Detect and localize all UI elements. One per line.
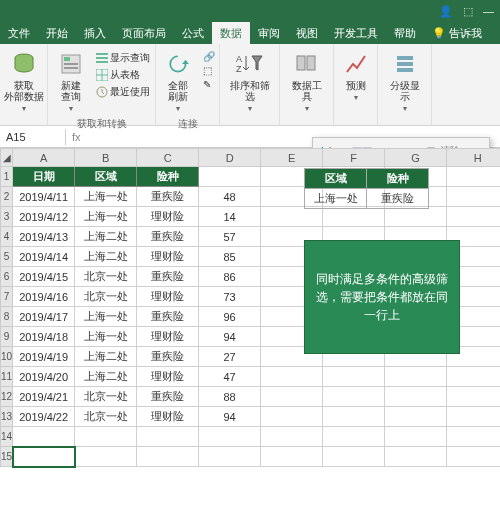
cell[interactable]: 区域 xyxy=(305,169,367,189)
select-all[interactable]: ◢ xyxy=(1,149,13,167)
row-header[interactable]: 10 xyxy=(1,347,13,367)
cell[interactable]: 理财险 xyxy=(137,327,199,347)
row-header[interactable]: 8 xyxy=(1,307,13,327)
cell[interactable]: 上海二处 xyxy=(75,347,137,367)
row-header[interactable]: 5 xyxy=(1,247,13,267)
cell[interactable]: 2019/4/20 xyxy=(13,367,75,387)
cell[interactable]: 57 xyxy=(199,227,261,247)
cell[interactable]: 日期 xyxy=(13,167,75,187)
tab-layout[interactable]: 页面布局 xyxy=(114,22,174,44)
row-header[interactable]: 9 xyxy=(1,327,13,347)
cell[interactable]: 重疾险 xyxy=(137,227,199,247)
cell[interactable]: 上海一处 xyxy=(75,327,137,347)
row-header[interactable]: 3 xyxy=(1,207,13,227)
from-table-button[interactable]: 从表格 xyxy=(93,67,153,83)
minimize-icon[interactable]: — xyxy=(483,5,494,17)
cell[interactable]: 47 xyxy=(199,367,261,387)
row-header[interactable]: 14 xyxy=(1,427,13,447)
col-header[interactable]: B xyxy=(75,149,137,167)
cell[interactable]: 2019/4/11 xyxy=(13,187,75,207)
forecast-button[interactable]: 预测▾ xyxy=(336,48,376,104)
cell[interactable]: 27 xyxy=(199,347,261,367)
properties-button[interactable]: ⬚ xyxy=(200,64,218,77)
cell[interactable]: 94 xyxy=(199,327,261,347)
tab-formula[interactable]: 公式 xyxy=(174,22,212,44)
ribbon-opts-icon[interactable]: ⬚ xyxy=(463,5,473,18)
selected-cell[interactable] xyxy=(13,447,75,467)
cell[interactable]: 48 xyxy=(199,187,261,207)
cell[interactable]: 上海二处 xyxy=(75,247,137,267)
row-header[interactable]: 15 xyxy=(1,447,13,467)
cell[interactable]: 理财险 xyxy=(137,207,199,227)
cell[interactable]: 理财险 xyxy=(137,367,199,387)
col-header[interactable]: H xyxy=(447,149,500,167)
cell[interactable]: 北京一处 xyxy=(75,267,137,287)
cell[interactable]: 险种 xyxy=(137,167,199,187)
show-queries-button[interactable]: 显示查询 xyxy=(93,50,153,66)
cell[interactable]: 理财险 xyxy=(137,247,199,267)
cell[interactable]: 北京一处 xyxy=(75,287,137,307)
row-header[interactable]: 12 xyxy=(1,387,13,407)
cell[interactable]: 北京一处 xyxy=(75,407,137,427)
row-header[interactable]: 2 xyxy=(1,187,13,207)
cell[interactable]: 73 xyxy=(199,287,261,307)
cell[interactable]: 上海二处 xyxy=(75,367,137,387)
cell[interactable]: 94 xyxy=(199,407,261,427)
cell[interactable]: 2019/4/19 xyxy=(13,347,75,367)
cell[interactable]: 上海一处 xyxy=(75,207,137,227)
edit-links-button[interactable]: ✎ xyxy=(200,78,218,91)
cell[interactable]: 2019/4/16 xyxy=(13,287,75,307)
cell[interactable]: 重疾险 xyxy=(137,387,199,407)
row-header[interactable]: 4 xyxy=(1,227,13,247)
tab-dev[interactable]: 开发工具 xyxy=(326,22,386,44)
row-header[interactable]: 11 xyxy=(1,367,13,387)
cell[interactable]: 理财险 xyxy=(137,407,199,427)
row-header[interactable]: 7 xyxy=(1,287,13,307)
col-header[interactable]: A xyxy=(13,149,75,167)
col-header[interactable]: D xyxy=(199,149,261,167)
connections-button[interactable]: 🔗 xyxy=(200,50,218,63)
cell[interactable]: 上海一处 xyxy=(75,307,137,327)
tab-help[interactable]: 帮助 xyxy=(386,22,424,44)
col-header[interactable]: E xyxy=(261,149,323,167)
cell[interactable]: 重疾险 xyxy=(137,267,199,287)
row-header[interactable]: 6 xyxy=(1,267,13,287)
cell[interactable]: 2019/4/22 xyxy=(13,407,75,427)
refresh-all-button[interactable]: 全部刷新▾ xyxy=(158,48,198,115)
cell[interactable]: 重疾险 xyxy=(137,187,199,207)
cell[interactable]: 2019/4/14 xyxy=(13,247,75,267)
col-header[interactable]: G xyxy=(385,149,447,167)
sort-filter-group-button[interactable]: AZ 排序和筛选▾ xyxy=(222,48,277,115)
cell[interactable]: 85 xyxy=(199,247,261,267)
cell[interactable]: 理财险 xyxy=(137,287,199,307)
tab-data[interactable]: 数据 xyxy=(212,22,250,44)
cell[interactable]: 86 xyxy=(199,267,261,287)
cell[interactable]: 险种 xyxy=(367,169,429,189)
cell[interactable]: 重疾险 xyxy=(367,189,429,209)
user-icon[interactable]: 👤 xyxy=(439,5,453,18)
cell[interactable]: 96 xyxy=(199,307,261,327)
new-query-button[interactable]: 新建 查询▾ xyxy=(51,48,91,115)
cell[interactable]: 北京一处 xyxy=(75,387,137,407)
cell[interactable]: 区域 xyxy=(75,167,137,187)
cell[interactable]: 上海一处 xyxy=(305,189,367,209)
col-header[interactable]: F xyxy=(323,149,385,167)
tab-insert[interactable]: 插入 xyxy=(76,22,114,44)
cell[interactable]: 2019/4/12 xyxy=(13,207,75,227)
tab-tell[interactable]: 💡 告诉我 xyxy=(424,22,490,44)
cell[interactable]: 2019/4/15 xyxy=(13,267,75,287)
cell[interactable]: 重疾险 xyxy=(137,347,199,367)
cell[interactable]: 2019/4/18 xyxy=(13,327,75,347)
cell[interactable]: 2019/4/21 xyxy=(13,387,75,407)
tab-file[interactable]: 文件 xyxy=(0,22,38,44)
recent-sources-button[interactable]: 最近使用 xyxy=(93,84,153,100)
cell[interactable]: 重疾险 xyxy=(137,307,199,327)
row-header[interactable]: 13 xyxy=(1,407,13,427)
cell[interactable]: 上海一处 xyxy=(75,187,137,207)
data-tools-button[interactable]: 数据工具▾ xyxy=(282,48,331,115)
col-header[interactable]: C xyxy=(137,149,199,167)
get-external-data-button[interactable]: 获取 外部数据▾ xyxy=(0,48,50,115)
tab-view[interactable]: 视图 xyxy=(288,22,326,44)
cell[interactable]: 2019/4/17 xyxy=(13,307,75,327)
cell[interactable]: 88 xyxy=(199,387,261,407)
